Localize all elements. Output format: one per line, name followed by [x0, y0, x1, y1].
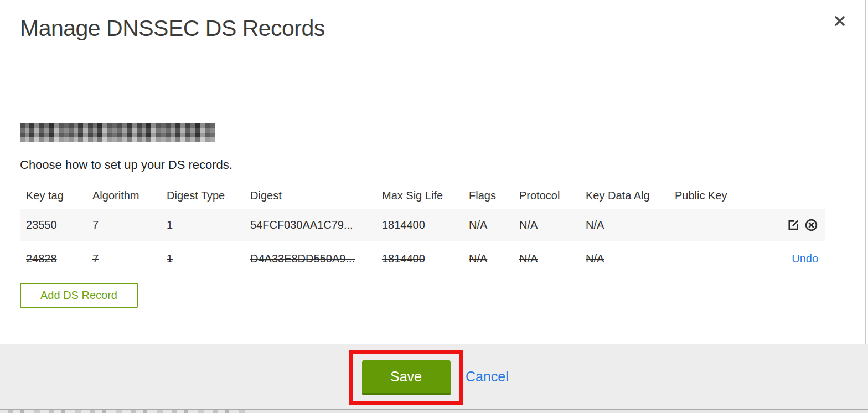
cell-key-data-alg: N/A: [580, 209, 669, 241]
cell-protocol: N/A: [513, 241, 580, 277]
instruction-text: Choose how to set up your DS records.: [20, 158, 232, 172]
cell-row-actions: Undo: [746, 241, 825, 277]
table-row: 23550 7 1 54FCF030AA1C79... 1814400 N/A …: [20, 209, 825, 241]
cell-public-key: [669, 209, 746, 241]
cell-max-sig-life: 1814400: [376, 241, 463, 277]
page-title: Manage DNSSEC DS Records: [20, 16, 325, 42]
modal-footer: Save Cancel: [0, 344, 868, 410]
cell-key-tag: 23550: [20, 209, 86, 241]
column-header-flags: Flags: [463, 183, 513, 209]
close-button[interactable]: [831, 13, 848, 30]
manage-dnssec-modal: Manage DNSSEC DS Records Choose how to s…: [0, 0, 868, 413]
undo-link[interactable]: Undo: [792, 252, 818, 265]
cell-algorithm: 7: [86, 209, 161, 241]
column-header-key-data-alg: Key Data Alg: [580, 183, 669, 209]
cell-digest-type: 1: [161, 209, 244, 241]
cancel-link[interactable]: Cancel: [466, 344, 509, 409]
domain-name-redacted: [20, 123, 215, 142]
cell-key-tag: 24828: [20, 241, 86, 277]
cell-max-sig-life: 1814400: [376, 209, 463, 241]
column-header-max-sig-life: Max Sig Life: [376, 183, 463, 209]
cell-digest-type: 1: [161, 241, 244, 277]
cell-flags: N/A: [463, 209, 513, 241]
column-header-actions: [746, 183, 825, 209]
cell-digest: D4A33E8DD550A9...: [244, 241, 376, 277]
page-behind-modal: [0, 410, 868, 413]
column-header-key-tag: Key tag: [20, 183, 86, 209]
save-button[interactable]: Save: [362, 360, 451, 395]
cell-public-key: [669, 241, 746, 277]
cell-algorithm: 7: [86, 241, 161, 277]
table-row-marked-for-deletion: 24828 7 1 D4A33E8DD550A9... 1814400 N/A …: [20, 241, 825, 277]
edit-record-button[interactable]: [787, 218, 800, 232]
cell-key-data-alg: N/A: [580, 241, 669, 277]
column-header-protocol: Protocol: [513, 183, 580, 209]
delete-circle-x-icon: [804, 225, 818, 234]
column-header-algorithm: Algorithm: [86, 183, 161, 209]
table-header-row: Key tag Algorithm Digest Type Digest Max…: [20, 183, 825, 209]
column-header-digest-type: Digest Type: [161, 183, 244, 209]
annotation-red-box: Save: [349, 350, 463, 405]
column-header-public-key: Public Key: [669, 183, 746, 209]
add-ds-record-button[interactable]: Add DS Record: [20, 283, 138, 308]
edit-icon: [787, 225, 800, 234]
cell-digest: 54FCF030AA1C79...: [244, 209, 376, 241]
delete-record-button[interactable]: [804, 218, 818, 232]
close-icon: [833, 14, 847, 30]
cell-protocol: N/A: [513, 209, 580, 241]
cell-row-actions: [746, 209, 825, 241]
column-header-digest: Digest: [244, 183, 376, 209]
cell-flags: N/A: [463, 241, 513, 277]
ds-records-table: Key tag Algorithm Digest Type Digest Max…: [20, 183, 825, 277]
